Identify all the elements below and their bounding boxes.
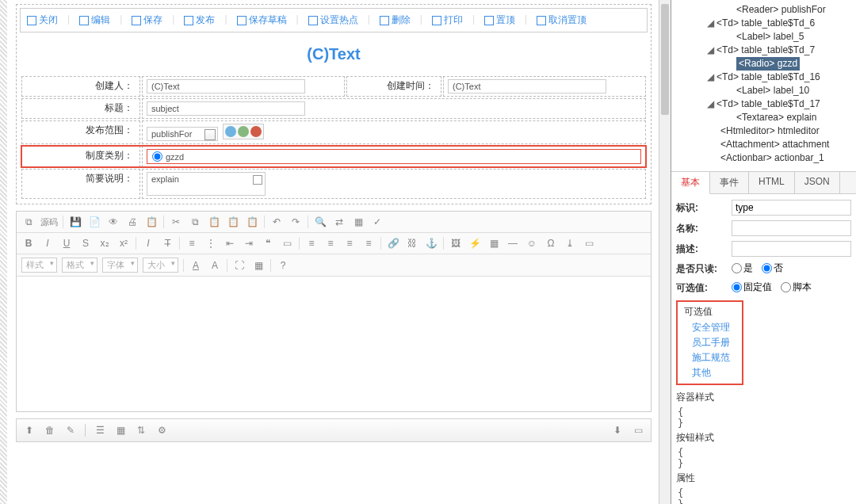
- tree-node[interactable]: ◢<Td> table_table$Td_7: [674, 44, 853, 57]
- subject-field[interactable]: subject: [147, 101, 305, 116]
- print-button[interactable]: 打印: [432, 13, 463, 27]
- ol-icon[interactable]: ≡: [185, 236, 199, 250]
- template-icon[interactable]: 📋: [144, 215, 159, 229]
- size-select[interactable]: 大小: [143, 258, 178, 273]
- selectall-icon[interactable]: ▦: [351, 215, 365, 229]
- textcolor-icon[interactable]: A: [189, 258, 203, 273]
- font-select[interactable]: 字体: [102, 258, 138, 273]
- align-center-icon[interactable]: ≡: [323, 236, 338, 250]
- tree-node[interactable]: ◢<Td> table_table$Td_17: [674, 97, 853, 111]
- edit-button[interactable]: 编辑: [79, 13, 110, 27]
- new-icon[interactable]: 📄: [87, 215, 101, 229]
- ul-icon[interactable]: ⋮: [204, 236, 218, 250]
- untop-button[interactable]: 取消置顶: [537, 13, 587, 27]
- tab-event[interactable]: 事件: [710, 172, 749, 193]
- replace-icon[interactable]: ⇄: [332, 215, 346, 229]
- align-justify-icon[interactable]: ≡: [361, 236, 376, 250]
- type-radio-field[interactable]: gzzd: [147, 149, 641, 164]
- sub-icon[interactable]: x₂: [97, 236, 112, 250]
- upload-icon[interactable]: ⬆: [23, 424, 36, 437]
- draft-button[interactable]: 保存草稿: [237, 13, 287, 27]
- print-icon[interactable]: 🖨: [125, 215, 139, 229]
- component-tree[interactable]: <Reader> publishFor◢<Td> table_table$Td_…: [671, 0, 856, 171]
- outdent-icon[interactable]: ⇤: [223, 236, 237, 250]
- sort-icon[interactable]: ⇅: [135, 424, 147, 437]
- iframe-icon[interactable]: ▭: [582, 236, 596, 250]
- top-button[interactable]: 置顶: [484, 13, 515, 27]
- align-left-icon[interactable]: ≡: [304, 236, 319, 250]
- tree-node[interactable]: <Actionbar> actionbar_1: [674, 151, 853, 165]
- tab-json[interactable]: JSON: [795, 172, 840, 193]
- indent-icon[interactable]: ⇥: [242, 236, 256, 250]
- config-icon[interactable]: ⚙: [155, 424, 168, 437]
- tree-node[interactable]: ◢<Td> table_table$Td_6: [674, 17, 853, 30]
- scope-field[interactable]: publishFor: [147, 127, 218, 141]
- tab-html[interactable]: HTML: [749, 172, 795, 193]
- id-input[interactable]: [732, 200, 851, 216]
- image-icon[interactable]: 🖼: [449, 236, 463, 250]
- flash-icon[interactable]: ⚡: [468, 236, 482, 250]
- paste2-icon[interactable]: 📋: [226, 215, 240, 229]
- align-right-icon[interactable]: ≡: [342, 236, 357, 250]
- redo-icon[interactable]: ↷: [289, 215, 303, 229]
- tree-node[interactable]: <Label> label_5: [674, 30, 853, 44]
- tree-node[interactable]: <Radio> gzzd: [674, 57, 853, 71]
- opt-fixed[interactable]: 固定值: [732, 281, 772, 294]
- scrollbar-thumb[interactable]: [661, 4, 669, 115]
- explain-field[interactable]: explain: [147, 172, 266, 196]
- editor-body[interactable]: [17, 277, 651, 411]
- unlink-icon[interactable]: ⛓: [405, 236, 419, 250]
- clear-icon[interactable]: T̶: [160, 236, 174, 250]
- copy-icon[interactable]: ⧉: [188, 215, 202, 229]
- div-icon[interactable]: ▭: [280, 236, 294, 250]
- name-input[interactable]: [732, 220, 851, 236]
- desc-input[interactable]: [732, 241, 851, 257]
- bgcolor-icon[interactable]: A: [208, 258, 222, 273]
- type-radio[interactable]: [152, 151, 162, 162]
- undo-icon[interactable]: ↶: [269, 215, 284, 229]
- readonly-yes[interactable]: 是: [732, 262, 753, 275]
- tree-node[interactable]: <Reader> publishFor: [674, 3, 853, 17]
- paste-icon[interactable]: 📋: [207, 215, 221, 229]
- strike-icon[interactable]: S: [78, 236, 93, 250]
- pagebreak-icon[interactable]: ⤓: [563, 236, 577, 250]
- delete-button[interactable]: 删除: [380, 13, 411, 27]
- save-icon[interactable]: 💾: [68, 215, 82, 229]
- tab-basic[interactable]: 基本: [671, 172, 710, 194]
- close-button[interactable]: 关闭: [27, 13, 58, 27]
- removeformat-icon[interactable]: I: [141, 236, 155, 250]
- about-icon[interactable]: ?: [276, 258, 290, 273]
- option-item[interactable]: 安全管理: [684, 320, 736, 335]
- italic-icon[interactable]: I: [40, 236, 55, 250]
- option-item[interactable]: 员工手册: [684, 335, 736, 350]
- bold-icon[interactable]: B: [21, 236, 36, 250]
- readonly-no[interactable]: 否: [762, 262, 783, 275]
- source-button[interactable]: ⧉: [21, 215, 36, 229]
- publish-button[interactable]: 发布: [184, 13, 215, 27]
- download-icon[interactable]: ⬇: [611, 424, 624, 437]
- option-item[interactable]: 施工规范: [684, 350, 736, 365]
- paste3-icon[interactable]: 📋: [245, 215, 259, 229]
- sup-icon[interactable]: x²: [117, 236, 131, 250]
- tree-node[interactable]: <Attachment> attachment: [674, 138, 853, 151]
- save-button[interactable]: 保存: [132, 13, 162, 27]
- hr-icon[interactable]: —: [506, 236, 520, 250]
- edit-attach-icon[interactable]: ✎: [64, 424, 77, 437]
- opt-script[interactable]: 脚本: [781, 281, 812, 294]
- quote-icon[interactable]: ❝: [261, 236, 275, 250]
- spellcheck-icon[interactable]: ✓: [370, 215, 384, 229]
- tree-node[interactable]: ◢<Td> table_table$Td_16: [674, 71, 853, 84]
- list-icon[interactable]: ☰: [94, 424, 106, 437]
- creator-field[interactable]: (C)Text: [147, 79, 305, 94]
- special-icon[interactable]: Ω: [544, 236, 558, 250]
- cut-icon[interactable]: ✂: [169, 215, 183, 229]
- anchor-icon[interactable]: ⚓: [424, 236, 438, 250]
- scope-tools[interactable]: [223, 124, 264, 139]
- tree-node[interactable]: <Textarea> explain: [674, 111, 853, 124]
- underline-icon[interactable]: U: [59, 236, 74, 250]
- maximize-icon[interactable]: ⛶: [232, 258, 246, 273]
- styles-select[interactable]: 样式: [21, 258, 57, 273]
- grid-icon[interactable]: ▦: [114, 424, 127, 437]
- hotspot-button[interactable]: 设置热点: [308, 13, 358, 27]
- smiley-icon[interactable]: ☺: [525, 236, 539, 250]
